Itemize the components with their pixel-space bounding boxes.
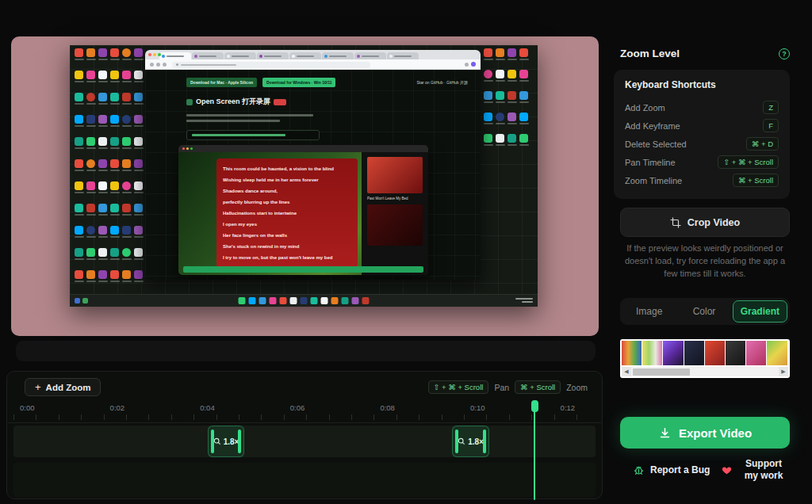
timeline-zoom-clip[interactable]: 1.8×	[452, 426, 489, 457]
lyric-line: Shadows dance around,	[223, 185, 351, 197]
desktop-icon	[97, 115, 109, 137]
crop-video-button[interactable]: Crop Video	[620, 208, 790, 237]
start-icon	[82, 298, 88, 304]
clip-left-handle[interactable]	[211, 430, 214, 453]
shortcut-label: Pan Timeline	[625, 158, 676, 167]
playhead[interactable]	[534, 402, 535, 500]
magnifier-icon	[213, 437, 221, 445]
desktop-icon-label	[110, 281, 120, 282]
video-preview-canvas[interactable]: Download for Mac · Apple Silicon Downloa…	[11, 36, 599, 336]
add-zoom-label: Add Zoom	[46, 383, 91, 392]
desktop-icon-label	[134, 258, 144, 260]
desktop-icon-glyph	[98, 181, 107, 190]
desktop-icon-label	[75, 125, 84, 127]
clip-left-handle[interactable]	[455, 430, 458, 453]
desktop-icon	[121, 204, 132, 226]
gradient-swatch[interactable]	[663, 341, 683, 365]
gradient-swatch[interactable]	[642, 341, 662, 365]
browser-page-content: Download for Mac · Apple Silicon Downloa…	[145, 70, 481, 280]
desktop-icon-glyph	[110, 48, 119, 57]
secondary-track[interactable]	[13, 463, 596, 497]
video-frame-desktop: Download for Mac · Apple Silicon Downloa…	[70, 45, 538, 307]
profile-avatar	[471, 62, 476, 67]
tab-favicon-icon	[227, 55, 230, 58]
tab-image[interactable]: Image	[622, 300, 676, 323]
desktop-icon-label	[134, 170, 144, 171]
desktop-icon-label	[496, 123, 505, 124]
desktop-icon-glyph	[484, 70, 492, 78]
report-bug-button[interactable]: Report a Bug	[633, 464, 710, 476]
desktop-icon	[97, 204, 109, 226]
desktop-icon	[121, 137, 132, 159]
desktop-icon	[109, 248, 121, 270]
desktop-icon	[121, 159, 132, 181]
desktop-icon	[73, 226, 85, 248]
shortcut-row: Delete Selected⌘ + D	[625, 135, 779, 153]
gradient-swatch[interactable]	[726, 341, 745, 365]
desktop-icon-label	[519, 101, 529, 103]
browser-extensions	[465, 62, 476, 67]
support-button[interactable]: Support my work	[722, 458, 790, 482]
lyrics-panel: This room could be haunted, a vision to …	[216, 158, 358, 268]
support-label: Support my work	[737, 458, 790, 482]
shortcuts-title: Keyboard Shortcuts	[625, 79, 779, 90]
tab-title-bar	[297, 55, 314, 57]
desktop-icon	[518, 113, 530, 134]
desktop-icon-glyph	[134, 48, 143, 57]
desktop-icon-label	[122, 170, 132, 171]
export-video-button[interactable]: Export Video	[620, 417, 790, 449]
scrollbar-thumb[interactable]	[633, 368, 690, 376]
gradient-swatch[interactable]	[684, 341, 704, 365]
desktop-icon-glyph	[110, 115, 119, 124]
gradient-swatch[interactable]	[705, 341, 725, 365]
scroll-right-icon[interactable]: ▶	[779, 367, 788, 376]
clip-right-handle[interactable]	[238, 430, 241, 453]
desktop-icon-glyph	[508, 48, 516, 57]
desktop-icon-glyph	[75, 115, 83, 124]
desktop-icon-label	[134, 281, 144, 282]
desktop-icon	[506, 91, 518, 113]
playhead-handle[interactable]	[531, 400, 538, 412]
ruler-tick-label: 0:02	[110, 403, 125, 412]
app-root: Download for Mac · Apple Silicon Downloa…	[0, 0, 812, 504]
gradient-swatch[interactable]	[746, 341, 766, 365]
desktop-icon-label	[496, 144, 505, 146]
taskbar-app-icon	[352, 297, 359, 304]
desktop-icon	[132, 93, 144, 115]
timeline-zoom-clip[interactable]: 1.8×	[208, 426, 244, 457]
scroll-left-icon[interactable]: ◀	[622, 367, 631, 376]
gradient-swatch[interactable]	[767, 341, 787, 365]
player-side-panel: Past Won't Leave My Bed	[362, 152, 428, 275]
horizontal-scrollbar[interactable]: ◀ ▶	[622, 367, 788, 376]
desktop-icon-label	[86, 258, 96, 260]
desktop-icon-label	[98, 258, 108, 260]
desktop-icon-label	[134, 214, 144, 216]
desktop-icon-label	[134, 125, 144, 127]
timeline-ruler[interactable]: 0:000:020:040:060:080:100:12	[13, 403, 596, 413]
desktop-icon	[494, 134, 506, 155]
gradient-swatch[interactable]	[622, 341, 642, 365]
taskbar-app-icons	[239, 297, 370, 304]
shortcut-key-badge: ⌘ + Scroll	[733, 174, 779, 187]
plus-icon: +	[35, 382, 41, 392]
zoom-track[interactable]: 1.8×1.8×	[13, 426, 596, 457]
desktop-icon-label	[519, 59, 529, 60]
tab-color[interactable]: Color	[677, 300, 730, 323]
desktop-icon-label	[98, 214, 108, 216]
album-caption: Past Won't Leave My Bed	[367, 197, 423, 200]
clip-right-handle[interactable]	[483, 430, 486, 453]
desktop-icon-glyph	[86, 159, 95, 168]
desktop-icon-label	[122, 236, 132, 238]
openscreen-logo-icon	[186, 99, 193, 105]
tab-gradient[interactable]: Gradient	[733, 300, 787, 323]
desktop-icon	[85, 115, 97, 137]
add-zoom-button[interactable]: + Add Zoom	[25, 378, 101, 396]
desktop-icon	[132, 270, 144, 292]
desktop-icon-label	[496, 59, 505, 60]
help-icon[interactable]: ?	[779, 48, 790, 59]
desktop-icon	[132, 137, 144, 159]
tab-favicon-icon	[357, 55, 360, 58]
crop-icon	[670, 217, 681, 228]
desktop-icon-glyph	[110, 181, 119, 190]
desktop-icon	[85, 226, 97, 248]
